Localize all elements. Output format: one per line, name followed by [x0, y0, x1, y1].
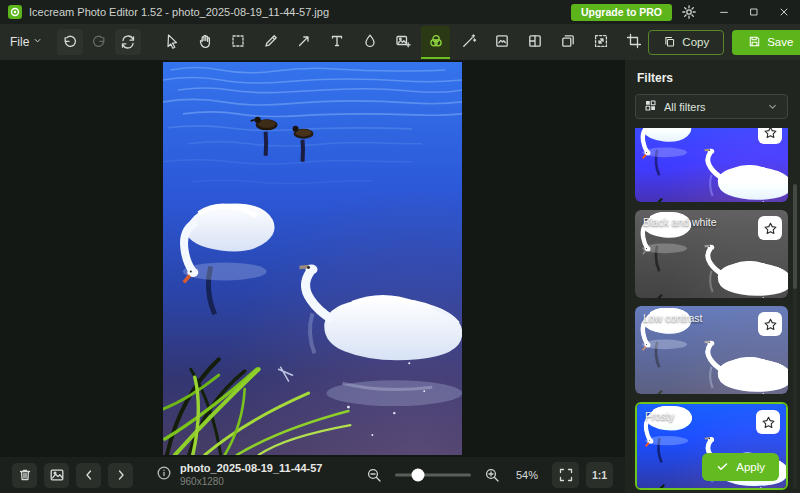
filters-panel: Filters All filters Black and whiteLow c…: [625, 60, 800, 493]
photo-canvas: [163, 62, 462, 455]
check-icon: [716, 460, 729, 475]
app-window: Icecream Photo Editor 1.52 - photo_2025-…: [0, 0, 800, 493]
file-menu-label: File: [10, 35, 29, 49]
scrollbar-track[interactable]: [793, 184, 797, 489]
previous-button[interactable]: [76, 463, 101, 488]
zoom-slider-thumb[interactable]: [411, 469, 424, 482]
app-logo-icon: [8, 5, 22, 19]
toolbar: File Copy Save: [0, 24, 800, 60]
window-title: Icecream Photo Editor 1.52 - photo_2025-…: [29, 6, 329, 18]
chevron-down-icon: [32, 35, 43, 49]
save-button-label: Save: [767, 36, 793, 48]
filter-label: Frosty: [645, 410, 674, 422]
text-tool-button[interactable]: [322, 26, 351, 59]
image-nav-actions: [12, 463, 133, 488]
rotate-button[interactable]: [115, 29, 141, 55]
redo-button[interactable]: [86, 29, 112, 55]
favorite-star-button[interactable]: [758, 128, 782, 144]
file-menu-button[interactable]: File: [10, 35, 43, 49]
copy-button-label: Copy: [682, 36, 709, 48]
current-filename: photo_2025-08-19_11-44-57: [180, 462, 322, 476]
duplicate-tool-button[interactable]: [553, 26, 582, 59]
upgrade-pro-button[interactable]: Upgrade to PRO: [571, 4, 672, 21]
zoom-slider[interactable]: [395, 467, 471, 483]
favorite-star-button[interactable]: [758, 312, 782, 336]
blur-tool-button[interactable]: [355, 26, 384, 59]
save-button[interactable]: Save: [732, 30, 800, 55]
maximize-button[interactable]: [746, 4, 762, 20]
pointer-tool-button[interactable]: [157, 26, 186, 59]
zoom-slider-track: [395, 474, 471, 477]
sticker-tool-button[interactable]: [388, 26, 417, 59]
filter-label: Black and white: [643, 216, 717, 228]
filter-card-black-and-white[interactable]: Black and white: [635, 210, 788, 298]
filter-category-dropdown[interactable]: All filters: [635, 94, 788, 119]
retouch-tool-button[interactable]: [454, 26, 483, 59]
select-tool-button[interactable]: [223, 26, 252, 59]
filter-card-low-contrast[interactable]: Low contrast: [635, 306, 788, 394]
filter-card-0[interactable]: [635, 128, 788, 202]
zoom-level: 54%: [513, 469, 541, 481]
undo-button[interactable]: [57, 29, 83, 55]
close-button[interactable]: [776, 4, 792, 20]
statusbar: photo_2025-08-19_11-44-57 960x1280 54% 1…: [0, 457, 625, 493]
copy-icon: [663, 35, 676, 50]
apply-filter-button[interactable]: Apply: [702, 453, 779, 481]
delete-button[interactable]: [12, 463, 37, 488]
save-icon: [748, 35, 761, 50]
filters-tool-button[interactable]: [421, 26, 450, 59]
frame-tool-button[interactable]: [487, 26, 516, 59]
filter-label: Low contrast: [643, 312, 703, 324]
collage-tool-button[interactable]: [520, 26, 549, 59]
minimize-button[interactable]: [716, 4, 732, 20]
fit-screen-button[interactable]: [552, 462, 579, 488]
tool-group: [157, 26, 648, 59]
next-button[interactable]: [108, 463, 133, 488]
image-dimensions: 960x1280: [180, 476, 322, 489]
file-info: photo_2025-08-19_11-44-57 960x1280: [156, 462, 322, 488]
filter-card-frosty[interactable]: FrostyApply: [635, 402, 788, 490]
canvas-area[interactable]: [0, 60, 625, 457]
hand-tool-button[interactable]: [190, 26, 219, 59]
zoom-in-button[interactable]: [482, 465, 502, 485]
crop-tool-button[interactable]: [619, 26, 648, 59]
grid-icon: [644, 99, 657, 114]
filters-heading: Filters: [637, 71, 788, 85]
actual-size-button[interactable]: 1:1: [586, 462, 613, 488]
gallery-button[interactable]: [44, 463, 69, 488]
resize-tool-button[interactable]: [586, 26, 615, 59]
zoom-out-button[interactable]: [364, 465, 384, 485]
arrow-tool-button[interactable]: [289, 26, 318, 59]
window-controls: [716, 4, 792, 20]
history-group: [57, 29, 141, 55]
filter-category-value: All filters: [664, 101, 706, 113]
titlebar: Icecream Photo Editor 1.52 - photo_2025-…: [0, 0, 800, 24]
copy-button[interactable]: Copy: [648, 30, 724, 55]
apply-label: Apply: [736, 461, 765, 473]
favorite-star-button[interactable]: [756, 410, 780, 434]
chevron-down-icon: [766, 100, 779, 113]
info-icon: [156, 465, 172, 485]
favorite-star-button[interactable]: [758, 216, 782, 240]
scrollbar-thumb[interactable]: [793, 184, 797, 289]
settings-gear-button[interactable]: [679, 2, 699, 22]
pencil-tool-button[interactable]: [256, 26, 285, 59]
filter-list: Black and whiteLow contrastFrostyApply: [635, 128, 788, 493]
